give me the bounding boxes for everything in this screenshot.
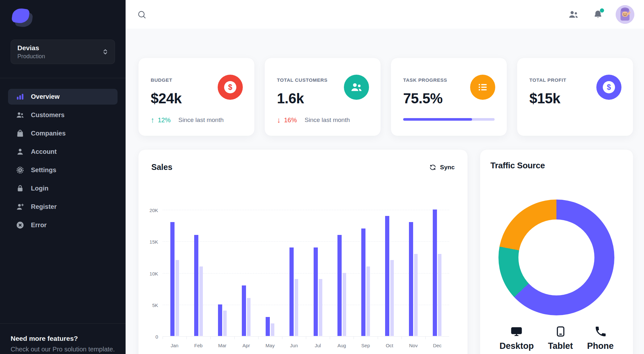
legend-label: Tablet: [548, 341, 573, 351]
bar-last-year: [295, 279, 298, 336]
sales-card: Sales Sync 05K10K15K20K JanFebMarAprMayJ…: [138, 150, 468, 354]
sidebar-footer: Need more features? Check out our Pro so…: [11, 335, 117, 353]
sidebar-nav: Overview Customers Companies Account: [8, 89, 118, 233]
list-bullets-icon: [470, 75, 495, 100]
y-tick-label: 20K: [140, 208, 158, 213]
y-tick-label: 0: [140, 334, 158, 340]
bar-last-year: [414, 254, 418, 336]
sidebar-item-label: Register: [31, 203, 57, 210]
search-button[interactable]: [136, 9, 148, 21]
arrow-down-icon: ↓: [277, 116, 281, 124]
workspace-environment: Production: [17, 53, 102, 60]
bar-group-aug: [330, 210, 354, 336]
bar-group-apr: [234, 210, 258, 336]
stat-trend: ↑ 12% Since last month: [151, 116, 242, 124]
legend-label: Phone: [587, 341, 614, 351]
trend-value: 12%: [158, 116, 171, 124]
x-tick-label: Oct: [378, 343, 402, 348]
bar-last-year: [438, 254, 441, 336]
bar-group-feb: [186, 210, 210, 336]
topbar-actions: [567, 0, 634, 29]
traffic-source-card: Traffic Source Desktop Tablet: [480, 150, 633, 354]
sidebar-item-label: Error: [31, 221, 47, 229]
bar-this-year: [242, 285, 246, 336]
workspace-switcher[interactable]: Devias Production: [11, 40, 115, 64]
donut-hole: [518, 219, 594, 295]
bar-group-sep: [354, 210, 377, 336]
x-axis-ticks: [163, 337, 449, 339]
devias-logo[interactable]: [12, 8, 33, 27]
user-plus-icon: [16, 202, 24, 211]
bar-this-year: [314, 247, 318, 336]
sidebar-item-customers[interactable]: Customers: [8, 107, 118, 123]
desktop-icon: [510, 325, 523, 338]
bar-this-year: [337, 235, 342, 336]
notification-dot: [600, 8, 604, 13]
task-progress-fill: [403, 118, 472, 121]
traffic-legend: Desktop Tablet Phone: [480, 325, 633, 351]
sync-button[interactable]: Sync: [429, 164, 455, 171]
shopping-bag-icon: [16, 129, 24, 138]
sales-title: Sales: [151, 163, 172, 172]
bar-last-year: [223, 311, 227, 336]
sidebar-item-login[interactable]: Login: [8, 181, 118, 196]
x-tick-label: Jan: [163, 343, 186, 348]
sidebar-divider: [0, 78, 126, 78]
sync-label: Sync: [440, 164, 455, 171]
bar-this-year: [289, 247, 294, 336]
x-tick-label: Dec: [425, 343, 449, 348]
x-tick-label: Sep: [354, 343, 377, 348]
arrow-up-icon: ↑: [151, 116, 155, 124]
phone-icon: [594, 325, 607, 338]
sidebar-item-account[interactable]: Account: [8, 144, 118, 160]
x-tick-label: Nov: [402, 343, 425, 348]
bar-group-dec: [425, 210, 449, 336]
x-tick-label: Apr: [234, 343, 258, 348]
tablet-icon: [554, 325, 567, 338]
bar-last-year: [319, 279, 322, 336]
x-axis-labels: JanFebMarAprMayJunJulAugSepOctNovDec: [163, 343, 449, 348]
x-tick-label: Aug: [330, 343, 354, 348]
bar-group-nov: [402, 210, 425, 336]
bar-this-year: [266, 317, 270, 336]
trend-caption: Since last month: [305, 116, 350, 124]
sidebar-item-companies[interactable]: Companies: [8, 126, 118, 141]
workspace-name: Devias: [17, 43, 102, 52]
legend-item-tablet: Tablet: [548, 325, 573, 351]
sidebar-item-overview[interactable]: Overview: [8, 89, 118, 105]
sales-bar-chart: 05K10K15K20K JanFebMarAprMayJunJulAugSep…: [163, 210, 449, 336]
legend-item-desktop: Desktop: [499, 325, 534, 351]
bar-this-year: [409, 222, 413, 336]
dashboard-page: Devias Production Overview Cus: [0, 0, 644, 354]
total-profit-card: TOTAL PROFIT $15k $: [517, 58, 633, 136]
avatar[interactable]: [616, 5, 634, 24]
sidebar-item-error[interactable]: Error: [8, 217, 118, 233]
budget-card: BUDGET $24k $ ↑ 12% Since last month: [138, 58, 254, 136]
arrows-clockwise-icon: [429, 164, 436, 171]
x-tick-label: Mar: [210, 343, 234, 348]
stats-row: BUDGET $24k $ ↑ 12% Since last month TOT…: [138, 58, 633, 136]
bar-group-mar: [210, 210, 234, 336]
notifications-button[interactable]: [591, 8, 605, 21]
bar-this-year: [218, 304, 222, 336]
x-tick-label: Jun: [282, 343, 306, 348]
x-tick-label: Feb: [186, 343, 210, 348]
search-icon: [137, 10, 147, 20]
bar-last-year: [175, 260, 179, 336]
bar-group-jul: [306, 210, 330, 336]
y-tick-label: 15K: [140, 239, 158, 245]
trend-value: 16%: [284, 116, 297, 124]
bar-this-year: [170, 222, 175, 336]
bar-last-year: [343, 273, 346, 336]
user-icon: [16, 147, 24, 156]
sidebar-item-settings[interactable]: Settings: [8, 162, 118, 178]
x-tick-label: May: [258, 343, 282, 348]
sidebar-item-label: Account: [31, 148, 57, 155]
workspace-text: Devias Production: [17, 43, 102, 61]
bar-group-jan: [163, 210, 186, 336]
sidebar-item-register[interactable]: Register: [8, 199, 118, 215]
bar-group-oct: [378, 210, 402, 336]
contacts-button[interactable]: [567, 8, 580, 21]
lock-icon: [16, 184, 24, 193]
traffic-title: Traffic Source: [480, 150, 633, 171]
